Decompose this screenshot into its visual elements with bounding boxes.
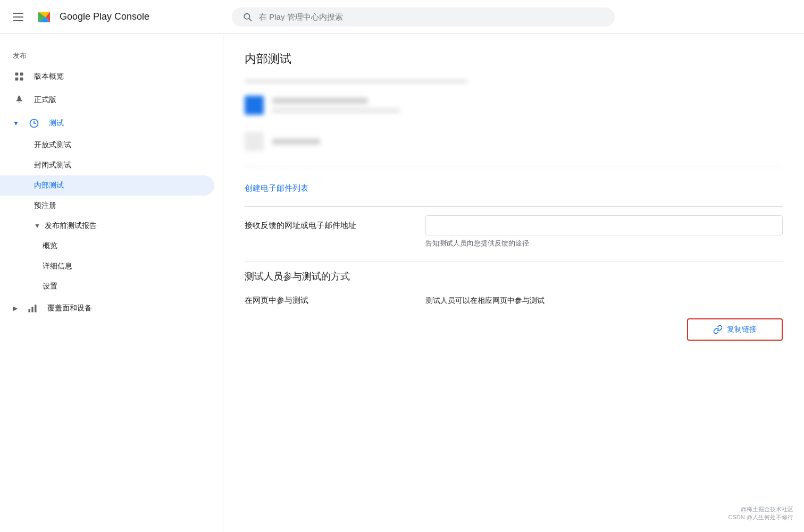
- link-icon: [713, 325, 723, 334]
- svg-rect-9: [29, 309, 30, 313]
- sidebar-section-publish: 发布: [0, 47, 223, 65]
- svg-rect-2: [15, 73, 19, 76]
- svg-rect-10: [31, 307, 33, 313]
- logo-area: Google Play Console: [34, 6, 149, 28]
- feedback-input[interactable]: [425, 215, 783, 235]
- svg-point-7: [19, 96, 20, 97]
- feedback-label: 接收反馈的网址或电子邮件地址: [245, 215, 404, 231]
- clock-icon: [28, 117, 40, 130]
- svg-rect-5: [20, 78, 23, 81]
- svg-rect-3: [20, 73, 23, 76]
- sidebar-item-pre-launch-report[interactable]: ▼ 发布前测试报告: [0, 216, 214, 236]
- chevron-down-icon-2: ▼: [34, 222, 40, 230]
- participation-web-value: 测试人员可以在相应网页中参与测试: [425, 296, 783, 306]
- sidebar-label-pre-launch-report: 发布前测试报告: [45, 221, 97, 231]
- bell-icon: [13, 94, 26, 106]
- copy-link-label: 复制链接: [727, 325, 757, 334]
- header-left: Google Play Console: [9, 6, 232, 28]
- hamburger-icon: [13, 13, 23, 21]
- create-email-section: 创建电子邮件列表: [245, 183, 783, 193]
- participation-section: 测试人员参与测试的方式 在网页中参与测试 测试人员可以在相应网页中参与测试 复制…: [245, 270, 783, 341]
- svg-rect-6: [16, 100, 22, 102]
- bar-chart-icon: [26, 302, 39, 315]
- watermark-line1: @稀土掘金技术社区: [728, 505, 793, 513]
- sidebar-label-details: 详细信息: [43, 261, 72, 271]
- logo-text: Google Play Console: [60, 11, 149, 22]
- sidebar-item-coverage[interactable]: ▶ 覆盖面和设备: [0, 297, 214, 320]
- watermark-line2: CSDN @人生何处不修行: [728, 513, 793, 521]
- feedback-field-row: 接收反馈的网址或电子邮件地址 告知测试人员向您提供反馈的途径: [245, 215, 783, 248]
- sidebar-item-testing[interactable]: ▼ 测试: [0, 112, 214, 135]
- sidebar-label-closed-testing: 封闭式测试: [34, 161, 71, 170]
- sidebar-label-internal-testing: 内部测试: [34, 181, 64, 190]
- sidebar-item-release[interactable]: 正式版: [0, 88, 214, 112]
- sidebar-item-pre-registration[interactable]: 预注册: [0, 196, 214, 216]
- copy-link-button[interactable]: 复制链接: [687, 318, 783, 341]
- feedback-field-value: 告知测试人员向您提供反馈的途径: [425, 215, 783, 248]
- create-email-link[interactable]: 创建电子邮件列表: [245, 183, 308, 192]
- search-input[interactable]: [259, 12, 604, 21]
- main-layout: 发布 版本概览 正: [0, 34, 804, 532]
- participation-row: 在网页中参与测试 测试人员可以在相应网页中参与测试: [245, 295, 783, 306]
- sidebar: 发布 版本概览 正: [0, 34, 223, 532]
- menu-button[interactable]: [9, 9, 28, 26]
- header: Google Play Console: [0, 0, 804, 34]
- sidebar-label-pre-registration: 预注册: [34, 201, 56, 210]
- sidebar-item-details[interactable]: 详细信息: [0, 256, 214, 276]
- sidebar-label-version-overview: 版本概览: [34, 72, 202, 81]
- sidebar-item-closed-testing[interactable]: 封闭式测试: [0, 155, 214, 175]
- sidebar-label-open-testing: 开放式测试: [34, 140, 71, 150]
- sidebar-label-testing: 测试: [49, 119, 202, 128]
- search-icon: [242, 12, 253, 22]
- blurred-tester-section: [245, 80, 783, 171]
- chevron-down-icon: ▼: [13, 120, 19, 127]
- sidebar-item-internal-testing[interactable]: 内部测试: [0, 175, 214, 196]
- watermark: @稀土掘金技术社区 CSDN @人生何处不修行: [728, 505, 793, 521]
- divider-1: [245, 206, 783, 207]
- grid-icon: [13, 70, 26, 83]
- sidebar-item-settings[interactable]: 设置: [0, 276, 214, 297]
- content-area: 内部测试 创建电子邮件列表: [223, 34, 804, 532]
- feedback-hint: 告知测试人员向您提供反馈的途径: [425, 239, 783, 248]
- sidebar-item-overview[interactable]: 概览: [0, 236, 214, 256]
- participation-web-label: 在网页中参与测试: [245, 295, 404, 306]
- svg-rect-4: [15, 78, 19, 81]
- sidebar-item-version-overview[interactable]: 版本概览: [0, 65, 214, 88]
- page-title: 内部测试: [245, 51, 783, 67]
- participation-section-title: 测试人员参与测试的方式: [245, 270, 783, 283]
- sidebar-item-open-testing[interactable]: 开放式测试: [0, 135, 214, 155]
- chevron-right-icon: ▶: [13, 305, 18, 312]
- sidebar-label-overview: 概览: [43, 241, 57, 251]
- copy-link-container: 复制链接: [245, 318, 783, 341]
- svg-rect-11: [35, 305, 36, 312]
- sidebar-label-release: 正式版: [34, 95, 202, 105]
- sidebar-label-coverage: 覆盖面和设备: [47, 303, 202, 313]
- divider-2: [245, 261, 783, 261]
- sidebar-label-settings: 设置: [43, 282, 57, 291]
- play-console-logo-icon: [34, 6, 55, 28]
- search-bar[interactable]: [232, 7, 615, 27]
